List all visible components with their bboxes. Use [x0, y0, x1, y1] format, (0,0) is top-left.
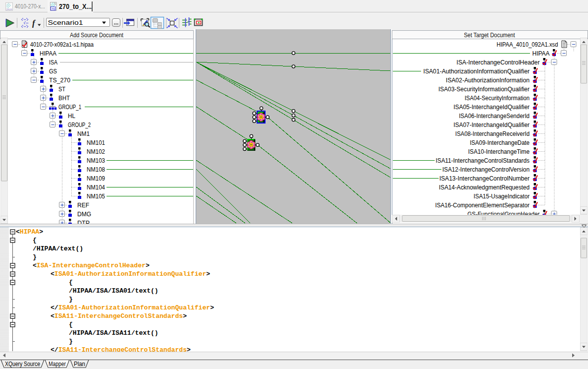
- svg-text:DTP: DTP: [77, 220, 90, 224]
- svg-text:BHT: BHT: [58, 95, 70, 102]
- svg-text:Plan: Plan: [74, 361, 85, 368]
- svg-text:HIPAA: HIPAA: [533, 50, 550, 57]
- svg-text:ISA01-AuthorizationInformation: ISA01-AuthorizationInformationQualifier: [424, 68, 530, 75]
- svg-text:ISA: ISA: [49, 59, 57, 66]
- svg-text:Set Target Document: Set Target Document: [464, 32, 515, 39]
- svg-text:GROUP_1: GROUP_1: [58, 104, 81, 111]
- svg-text:xq: xq: [52, 7, 54, 10]
- svg-text:Mapper: Mapper: [49, 361, 66, 368]
- svg-text:ISA03-SecurityInformationQuali: ISA03-SecurityInformationQualifier: [438, 86, 530, 93]
- svg-text:270_to_X...: 270_to_X...: [59, 2, 92, 10]
- svg-text:ISA13-InterchangeControlNumber: ISA13-InterchangeControlNumber: [439, 175, 530, 182]
- svg-text:ST: ST: [58, 86, 66, 93]
- svg-text:ISA12-InterchangeControlVersio: ISA12-InterchangeControlVersion: [442, 166, 530, 173]
- svg-text:ISA04-SecurityInformation: ISA04-SecurityInformation: [465, 95, 530, 102]
- svg-text:Scenario1: Scenario1: [48, 19, 83, 26]
- svg-text:NM101: NM101: [87, 139, 105, 146]
- svg-text:JAVA: JAVA: [6, 8, 12, 11]
- svg-text:NM102: NM102: [87, 148, 105, 155]
- svg-text:ISA16-ComponentElementSeparato: ISA16-ComponentElementSeparator: [435, 202, 530, 209]
- svg-text:HIPAA: HIPAA: [40, 50, 56, 57]
- svg-text:ISA10-InterchangeTime: ISA10-InterchangeTime: [468, 148, 530, 155]
- svg-text:HL: HL: [68, 113, 75, 120]
- svg-text:4010-270-x092a1-s1.hipaa: 4010-270-x092a1-s1.hipaa: [30, 41, 94, 48]
- svg-text:GS: GS: [49, 68, 57, 75]
- svg-text:XQuery Source: XQuery Source: [5, 361, 40, 368]
- svg-text:Add Source Document: Add Source Document: [70, 32, 123, 39]
- svg-text:NM108: NM108: [87, 166, 105, 173]
- svg-text:ISA09-InterchangeDate: ISA09-InterchangeDate: [470, 139, 530, 146]
- svg-text:ISA11-InterchangeControlStanda: ISA11-InterchangeControlStandards: [436, 157, 530, 164]
- svg-text:ISA15-UsageIndicator: ISA15-UsageIndicator: [474, 193, 530, 200]
- svg-text:NM103: NM103: [87, 157, 105, 164]
- svg-text:4010-270-x...: 4010-270-x...: [15, 2, 45, 10]
- svg-text:ISA06-InterchangeSenderId: ISA06-InterchangeSenderId: [459, 113, 530, 120]
- svg-text:TS_270: TS_270: [49, 77, 70, 84]
- svg-text:HIPAA_4010_092A1.xsd: HIPAA_4010_092A1.xsd: [497, 41, 558, 48]
- svg-text:f: f: [32, 18, 36, 28]
- svg-text:DMG: DMG: [77, 211, 91, 218]
- svg-text:GROUP_2: GROUP_2: [68, 122, 91, 128]
- svg-text:ISA08-InterchangeReceiverId: ISA08-InterchangeReceiverId: [455, 130, 530, 137]
- svg-text:NM105: NM105: [87, 193, 105, 200]
- svg-text:ISA-InterchangeControlHeader: ISA-InterchangeControlHeader: [457, 59, 540, 66]
- svg-text:NM104: NM104: [87, 184, 105, 191]
- svg-text:NM109: NM109: [87, 175, 105, 182]
- svg-text:REF: REF: [77, 202, 89, 209]
- svg-text:NM1: NM1: [77, 130, 90, 137]
- svg-text:ISA14-AcknowledgmentRequested: ISA14-AcknowledgmentRequested: [439, 184, 530, 191]
- svg-text:ISA07-InterchangeIdQualifier: ISA07-InterchangeIdQualifier: [454, 122, 530, 128]
- svg-text:ISA02-AuthorizationInformation: ISA02-AuthorizationInformation: [446, 77, 530, 84]
- svg-text:ISA05-InterchangeIdQualifier: ISA05-InterchangeIdQualifier: [454, 104, 530, 111]
